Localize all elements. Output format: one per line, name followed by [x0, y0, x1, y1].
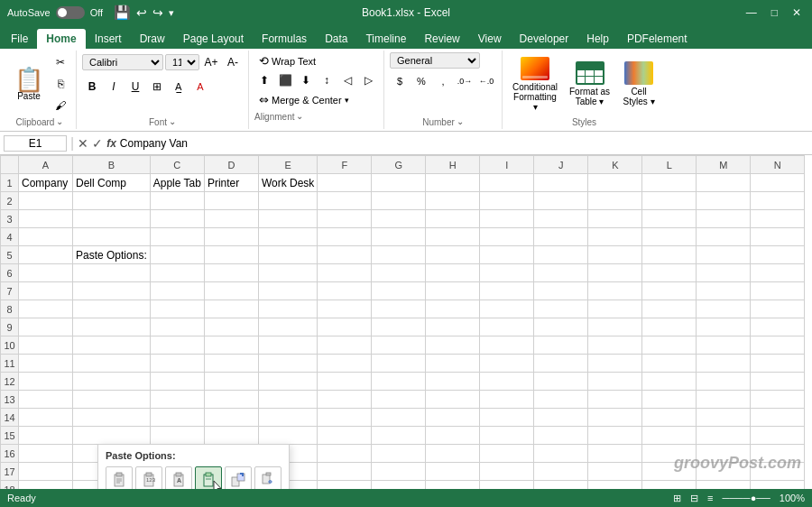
cell-r13-c4[interactable]: [204, 391, 258, 409]
cell-r4-c11[interactable]: [588, 228, 642, 246]
cell-r6-c14[interactable]: [751, 264, 805, 282]
bold-button[interactable]: B: [82, 77, 102, 97]
cell-r5-c2[interactable]: Paste Options:: [73, 246, 151, 264]
cell-r12-c13[interactable]: [697, 373, 751, 391]
row-header-12[interactable]: 12: [1, 373, 19, 391]
cell-r2-c1[interactable]: [19, 192, 73, 210]
row-header-7[interactable]: 7: [1, 282, 19, 300]
cell-r1-c6[interactable]: [318, 174, 372, 192]
cell-r2-c8[interactable]: [426, 192, 480, 210]
cell-r2-c9[interactable]: [480, 192, 534, 210]
cell-r18-c12[interactable]: [642, 481, 697, 490]
cell-r14-c1[interactable]: [19, 409, 73, 427]
align-bottom-btn[interactable]: ⬇: [296, 71, 316, 89]
cell-r11-c9[interactable]: [480, 355, 534, 373]
cell-r6-c8[interactable]: [426, 264, 480, 282]
cell-r4-c6[interactable]: [318, 228, 372, 246]
cell-r11-c8[interactable]: [426, 355, 480, 373]
cell-r17-c1[interactable]: [19, 463, 73, 481]
clipboard-expand[interactable]: ⌄: [56, 116, 63, 126]
cell-r7-c13[interactable]: [697, 282, 751, 300]
cell-r2-c11[interactable]: [588, 192, 642, 210]
cell-r13-c11[interactable]: [588, 391, 642, 409]
comma-btn[interactable]: ,: [433, 71, 453, 91]
increase-font-btn[interactable]: A+: [201, 52, 221, 72]
cell-r15-c14[interactable]: [751, 427, 805, 445]
cell-r7-c3[interactable]: [150, 282, 204, 300]
col-header-a[interactable]: A: [19, 156, 73, 174]
cell-r3-c9[interactable]: [480, 210, 534, 228]
tab-file[interactable]: File: [2, 29, 37, 49]
cell-r12-c2[interactable]: [73, 373, 151, 391]
cell-r9-c2[interactable]: [73, 318, 151, 336]
cell-r2-c4[interactable]: [204, 192, 258, 210]
cell-r2-c5[interactable]: [258, 192, 317, 210]
cell-r14-c4[interactable]: [204, 409, 258, 427]
cell-r16-c1[interactable]: [19, 445, 73, 463]
cell-r12-c7[interactable]: [372, 373, 426, 391]
cell-r3-c11[interactable]: [588, 210, 642, 228]
close-button[interactable]: ✕: [789, 6, 805, 19]
cell-r13-c12[interactable]: [642, 391, 697, 409]
cell-r7-c14[interactable]: [751, 282, 805, 300]
col-header-n[interactable]: N: [751, 156, 805, 174]
row-header-6[interactable]: 6: [1, 264, 19, 282]
cell-r4-c14[interactable]: [751, 228, 805, 246]
cell-r10-c12[interactable]: [642, 336, 697, 355]
cell-r15-c13[interactable]: [697, 427, 751, 445]
cell-r5-c13[interactable]: [697, 246, 751, 264]
cell-r6-c7[interactable]: [372, 264, 426, 282]
cell-r14-c13[interactable]: [697, 409, 751, 427]
col-header-k[interactable]: K: [588, 156, 642, 174]
cell-r1-c3[interactable]: Apple Tab: [150, 174, 204, 192]
cell-r6-c1[interactable]: [19, 264, 73, 282]
tab-view[interactable]: View: [469, 29, 511, 49]
cell-r1-c2[interactable]: Dell Comp: [73, 174, 151, 192]
font-color-button[interactable]: A: [190, 77, 210, 97]
decrease-font-btn[interactable]: A-: [223, 52, 243, 72]
cell-r16-c13[interactable]: [697, 445, 751, 463]
cell-r4-c7[interactable]: [372, 228, 426, 246]
cell-r16-c12[interactable]: [642, 445, 697, 463]
cell-r6-c2[interactable]: [73, 264, 151, 282]
col-header-corner[interactable]: [1, 156, 19, 174]
cell-r4-c9[interactable]: [480, 228, 534, 246]
row-header-15[interactable]: 15: [1, 427, 19, 445]
cell-r3-c7[interactable]: [372, 210, 426, 228]
cell-r3-c1[interactable]: [19, 210, 73, 228]
cell-r7-c2[interactable]: [73, 282, 151, 300]
formula-x-btn[interactable]: ✕: [78, 136, 88, 151]
cell-r13-c8[interactable]: [426, 391, 480, 409]
cell-r11-c1[interactable]: [19, 355, 73, 373]
percent-btn[interactable]: %: [411, 71, 431, 91]
cell-r9-c9[interactable]: [480, 318, 534, 336]
cell-r10-c13[interactable]: [697, 336, 751, 355]
cell-r18-c11[interactable]: [588, 481, 642, 490]
cell-r10-c14[interactable]: [751, 336, 805, 355]
undo-icon[interactable]: ↩: [136, 5, 147, 20]
view-normal[interactable]: ⊞: [673, 493, 681, 504]
cell-r1-c4[interactable]: Printer: [204, 174, 258, 192]
underline-button[interactable]: U: [125, 77, 145, 97]
cell-r9-c8[interactable]: [426, 318, 480, 336]
cell-r6-c13[interactable]: [697, 264, 751, 282]
cell-r6-c9[interactable]: [480, 264, 534, 282]
fill-color-button[interactable]: A̲: [169, 77, 189, 97]
cell-r5-c9[interactable]: [480, 246, 534, 264]
cell-r17-c12[interactable]: [642, 463, 697, 481]
row-header-9[interactable]: 9: [1, 318, 19, 336]
cell-r11-c4[interactable]: [204, 355, 258, 373]
cell-r3-c4[interactable]: [204, 210, 258, 228]
border-button[interactable]: ⊞: [147, 77, 167, 97]
cell-r18-c9[interactable]: [480, 481, 534, 490]
cell-r7-c5[interactable]: [258, 282, 317, 300]
align-top-btn[interactable]: ⬆: [254, 71, 274, 89]
paste-option-paste[interactable]: [106, 466, 133, 489]
cell-r14-c7[interactable]: [372, 409, 426, 427]
autosave-toggle[interactable]: [56, 6, 85, 19]
cell-r18-c7[interactable]: [372, 481, 426, 490]
cell-r13-c13[interactable]: [697, 391, 751, 409]
cell-r1-c9[interactable]: [480, 174, 534, 192]
cell-r9-c14[interactable]: [751, 318, 805, 336]
cell-r1-c13[interactable]: [697, 174, 751, 192]
